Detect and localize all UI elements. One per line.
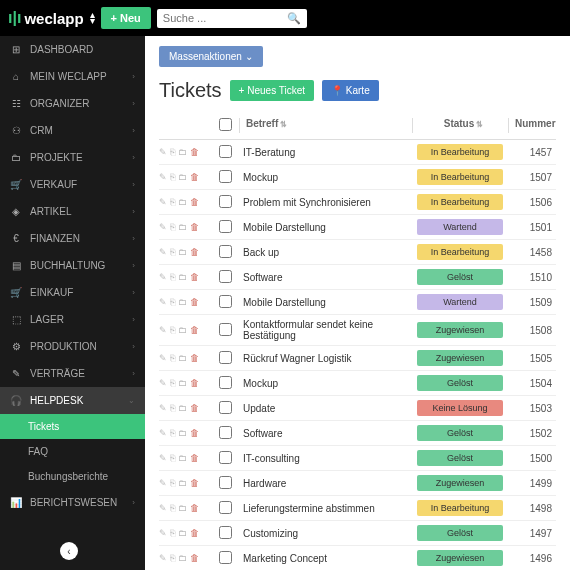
select-all-checkbox[interactable] <box>219 118 232 131</box>
row-subject[interactable]: Kontaktformular sendet keine Bestätigung <box>239 319 412 341</box>
edit-icon[interactable]: ✎ <box>159 297 167 307</box>
delete-icon[interactable]: 🗑 <box>190 172 199 182</box>
sidebar-item-organizer[interactable]: ☷ORGANIZER› <box>0 90 145 117</box>
copy-icon[interactable]: ⎘ <box>170 197 175 207</box>
sidebar-item-helpdesk[interactable]: 🎧HELPDESK⌄ <box>0 387 145 414</box>
delete-icon[interactable]: 🗑 <box>190 428 199 438</box>
sidebar-item-crm[interactable]: ⚇CRM› <box>0 117 145 144</box>
delete-icon[interactable]: 🗑 <box>190 503 199 513</box>
folder-icon[interactable]: 🗀 <box>178 222 187 232</box>
row-subject[interactable]: Mobile Darstellung <box>239 222 412 233</box>
new-button[interactable]: + Neu <box>101 7 151 29</box>
folder-icon[interactable]: 🗀 <box>178 297 187 307</box>
edit-icon[interactable]: ✎ <box>159 147 167 157</box>
sidebar-collapse-button[interactable]: ‹ <box>60 542 78 560</box>
delete-icon[interactable]: 🗑 <box>190 478 199 488</box>
folder-icon[interactable]: 🗀 <box>178 528 187 538</box>
sidebar-item-dashboard[interactable]: ⊞DASHBOARD <box>0 36 145 63</box>
delete-icon[interactable]: 🗑 <box>190 453 199 463</box>
folder-icon[interactable]: 🗀 <box>178 553 187 563</box>
folder-icon[interactable]: 🗀 <box>178 172 187 182</box>
delete-icon[interactable]: 🗑 <box>190 325 199 335</box>
folder-icon[interactable]: 🗀 <box>178 353 187 363</box>
copy-icon[interactable]: ⎘ <box>170 353 175 363</box>
edit-icon[interactable]: ✎ <box>159 222 167 232</box>
delete-icon[interactable]: 🗑 <box>190 147 199 157</box>
delete-icon[interactable]: 🗑 <box>190 553 199 563</box>
edit-icon[interactable]: ✎ <box>159 325 167 335</box>
edit-icon[interactable]: ✎ <box>159 353 167 363</box>
sidebar-sub-buchungsberichte[interactable]: Buchungsberichte <box>0 464 145 489</box>
row-checkbox[interactable] <box>219 145 232 158</box>
edit-icon[interactable]: ✎ <box>159 453 167 463</box>
row-checkbox[interactable] <box>219 451 232 464</box>
sidebar-item-berichtswesen[interactable]: 📊BERICHTSWESEN› <box>0 489 145 516</box>
row-checkbox[interactable] <box>219 323 232 336</box>
row-checkbox[interactable] <box>219 195 232 208</box>
row-subject[interactable]: Marketing Concept <box>239 553 412 564</box>
row-subject[interactable]: Software <box>239 428 412 439</box>
sidebar-item-verträge[interactable]: ✎VERTRÄGE› <box>0 360 145 387</box>
row-checkbox[interactable] <box>219 426 232 439</box>
new-ticket-button[interactable]: + Neues Ticket <box>230 80 314 101</box>
row-checkbox[interactable] <box>219 351 232 364</box>
col-number-header[interactable]: Nummer <box>508 118 556 133</box>
row-subject[interactable]: Hardware <box>239 478 412 489</box>
row-subject[interactable]: Mockup <box>239 378 412 389</box>
row-subject[interactable]: Back up <box>239 247 412 258</box>
copy-icon[interactable]: ⎘ <box>170 553 175 563</box>
search-icon[interactable]: 🔍 <box>287 12 301 25</box>
row-checkbox[interactable] <box>219 220 232 233</box>
row-subject[interactable]: Update <box>239 403 412 414</box>
row-checkbox[interactable] <box>219 170 232 183</box>
sidebar-item-artikel[interactable]: ◈ARTIKEL› <box>0 198 145 225</box>
edit-icon[interactable]: ✎ <box>159 403 167 413</box>
copy-icon[interactable]: ⎘ <box>170 272 175 282</box>
row-subject[interactable]: Mockup <box>239 172 412 183</box>
row-subject[interactable]: Problem mit Synchronisieren <box>239 197 412 208</box>
edit-icon[interactable]: ✎ <box>159 172 167 182</box>
folder-icon[interactable]: 🗀 <box>178 503 187 513</box>
row-subject[interactable]: Rückruf Wagner Logistik <box>239 353 412 364</box>
folder-icon[interactable]: 🗀 <box>178 272 187 282</box>
row-checkbox[interactable] <box>219 270 232 283</box>
folder-icon[interactable]: 🗀 <box>178 453 187 463</box>
sidebar-item-finanzen[interactable]: €FINANZEN› <box>0 225 145 252</box>
folder-icon[interactable]: 🗀 <box>178 325 187 335</box>
delete-icon[interactable]: 🗑 <box>190 528 199 538</box>
row-checkbox[interactable] <box>219 551 232 564</box>
edit-icon[interactable]: ✎ <box>159 553 167 563</box>
folder-icon[interactable]: 🗀 <box>178 247 187 257</box>
copy-icon[interactable]: ⎘ <box>170 428 175 438</box>
sidebar-item-einkauf[interactable]: 🛒EINKAUF› <box>0 279 145 306</box>
sidebar-sub-tickets[interactable]: Tickets <box>0 414 145 439</box>
delete-icon[interactable]: 🗑 <box>190 403 199 413</box>
delete-icon[interactable]: 🗑 <box>190 297 199 307</box>
row-checkbox[interactable] <box>219 526 232 539</box>
sidebar-sub-faq[interactable]: FAQ <box>0 439 145 464</box>
delete-icon[interactable]: 🗑 <box>190 353 199 363</box>
edit-icon[interactable]: ✎ <box>159 378 167 388</box>
copy-icon[interactable]: ⎘ <box>170 528 175 538</box>
copy-icon[interactable]: ⎘ <box>170 403 175 413</box>
col-status-header[interactable]: Status⇅ <box>412 118 508 133</box>
sidebar-item-produktion[interactable]: ⚙PRODUKTION› <box>0 333 145 360</box>
edit-icon[interactable]: ✎ <box>159 197 167 207</box>
bulk-actions-button[interactable]: Massenaktionen ⌄ <box>159 46 263 67</box>
copy-icon[interactable]: ⎘ <box>170 478 175 488</box>
search-box[interactable]: 🔍 <box>157 9 307 28</box>
copy-icon[interactable]: ⎘ <box>170 297 175 307</box>
row-subject[interactable]: Lieferungstermine abstimmen <box>239 503 412 514</box>
row-checkbox[interactable] <box>219 501 232 514</box>
folder-icon[interactable]: 🗀 <box>178 147 187 157</box>
search-input[interactable] <box>163 12 287 24</box>
sidebar-item-projekte[interactable]: 🗀PROJEKTE› <box>0 144 145 171</box>
copy-icon[interactable]: ⎘ <box>170 247 175 257</box>
copy-icon[interactable]: ⎘ <box>170 503 175 513</box>
map-button[interactable]: 📍 Karte <box>322 80 379 101</box>
row-subject[interactable]: IT-consulting <box>239 453 412 464</box>
col-subject-header[interactable]: Betreff⇅ <box>239 118 412 133</box>
row-checkbox[interactable] <box>219 376 232 389</box>
copy-icon[interactable]: ⎘ <box>170 378 175 388</box>
folder-icon[interactable]: 🗀 <box>178 378 187 388</box>
